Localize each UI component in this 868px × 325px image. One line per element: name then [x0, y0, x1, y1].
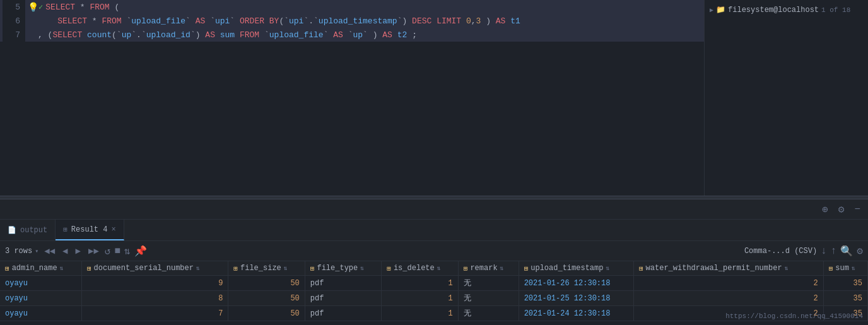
- col-icon-doc-serial: ⊞: [87, 264, 91, 273]
- col-icon-admin-name: ⊞: [5, 264, 9, 273]
- remove-panel-button[interactable]: −: [852, 203, 863, 216]
- tree-item-filesystem[interactable]: ▶ 📁 filesystem@localhost 1 of 18: [710, 4, 863, 16]
- col-water-withdrawal[interactable]: ⊞ water_withdrawal_permit_number ⇅: [633, 261, 823, 276]
- count-badge: 1 of 18: [821, 6, 850, 14]
- settings-panel-button[interactable]: ⚙: [836, 202, 847, 217]
- col-icon-file-size: ⊞: [233, 264, 238, 273]
- nav-next-button[interactable]: ▶: [74, 244, 83, 257]
- col-label-file-size: file_size: [240, 264, 281, 273]
- code-line-7: 7 , (SELECT count(`up`.`upload_id`) AS s…: [0, 28, 704, 42]
- sort-icon-water[interactable]: ⇅: [785, 264, 789, 272]
- cell-sum: 35: [823, 291, 867, 306]
- col-upload-timestamp[interactable]: ⊞ upload_timestamp ⇅: [519, 261, 633, 276]
- upload-button[interactable]: ↑: [831, 245, 837, 257]
- col-icon-upload-ts: ⊞: [524, 264, 529, 273]
- sort-icon-upload-ts[interactable]: ⇅: [606, 264, 609, 272]
- download-button[interactable]: ↓: [821, 245, 827, 257]
- bottom-link: https://blog.csdn.net/qq_41590014: [725, 312, 863, 320]
- sort-icon-remark[interactable]: ⇅: [500, 264, 504, 272]
- table-row: oyayu 9 50 pdf 1 无 2021-01-26 12:30:18 2…: [0, 276, 868, 291]
- cell-water: 2: [633, 276, 823, 291]
- tab-result4-label: Result 4: [71, 225, 108, 234]
- col-file-type[interactable]: ⊞ file_type ⇅: [305, 261, 381, 276]
- split-button[interactable]: ⇅: [124, 245, 131, 257]
- col-sum[interactable]: ⊞ sum ⇅: [823, 261, 867, 276]
- cell-admin-name: oyayu: [0, 306, 81, 321]
- code-content-5: SELECT * FROM (: [45, 3, 119, 12]
- line-number-5: 5: [3, 0, 25, 15]
- cell-file-size: 50: [228, 276, 305, 291]
- sort-icon-doc-serial[interactable]: ⇅: [196, 264, 200, 272]
- toolbar-strip: ⊕ ⚙ −: [0, 199, 868, 220]
- cell-doc-serial: 7: [81, 306, 228, 321]
- add-panel-button[interactable]: ⊕: [819, 202, 831, 217]
- right-panel: ▶ 📁 filesystem@localhost 1 of 18: [704, 0, 868, 196]
- result-tab-icon: ⊞: [63, 225, 67, 233]
- col-label-remark: remark: [470, 264, 497, 273]
- col-document-serial-number[interactable]: ⊞ document_serial_number ⇅: [81, 261, 228, 276]
- cell-file-type: pdf: [305, 276, 381, 291]
- cell-is-delete: 1: [382, 276, 458, 291]
- sort-icon-admin-name[interactable]: ⇅: [60, 264, 64, 272]
- check-mark: ✓: [38, 3, 43, 12]
- col-icon-is-delete: ⊞: [387, 264, 391, 273]
- cell-file-type: pdf: [305, 306, 381, 321]
- stop-button[interactable]: ■: [114, 245, 120, 257]
- tab-result4[interactable]: ⊞ Result 4 ×: [56, 220, 124, 240]
- zoom-button[interactable]: 🔍: [840, 245, 853, 257]
- code-content-7: , (SELECT count(`up`.`upload_id`) AS sum…: [38, 30, 417, 40]
- cell-doc-serial: 9: [81, 276, 228, 291]
- sort-icon-file-size[interactable]: ⇅: [284, 264, 288, 272]
- col-label-upload-ts: upload_timestamp: [531, 264, 603, 273]
- folder-icon: 📁: [716, 5, 725, 15]
- line-number-7: 7: [3, 27, 25, 42]
- table-row: oyayu 8 50 pdf 1 无 2021-01-25 12:30:18 2…: [0, 291, 868, 306]
- cell-is-delete: 1: [382, 291, 458, 306]
- output-tab-icon: 📄: [8, 226, 16, 234]
- code-content-6: SELECT * FROM `upload_file` AS `upi` ORD…: [38, 16, 520, 26]
- editor-area: 5 💡 ✓ SELECT * FROM ( 6 SELECT * FROM `u…: [0, 0, 868, 196]
- query-controls-bar: 3 rows ▾ ◀◀ ◀ ▶ ▶▶ ↺ ■ ⇅ 📌 Comma-...d (C…: [0, 241, 868, 261]
- nav-prev-button[interactable]: ◀: [61, 244, 69, 257]
- cell-upload-ts: 2021-01-24 12:30:18: [519, 306, 633, 321]
- line-number-6: 6: [3, 13, 25, 28]
- tab-close-button[interactable]: ×: [111, 225, 115, 234]
- col-label-is-delete: is_delete: [394, 264, 435, 273]
- table-header-row: ⊞ admin_name ⇅ ⊞ document_serial_number …: [0, 261, 868, 276]
- pin-button[interactable]: 📌: [134, 245, 147, 257]
- nav-first-button[interactable]: ◀◀: [42, 244, 57, 257]
- refresh-button[interactable]: ↺: [105, 245, 111, 257]
- results-area: ⊕ ⚙ − 📄 output ⊞ Result 4 × 3 rows ▾ ◀◀ …: [0, 199, 868, 325]
- col-label-water: water_withdrawal_permit_number: [646, 264, 782, 273]
- col-icon-file-type: ⊞: [310, 264, 315, 273]
- tip-icon: 💡: [28, 2, 38, 13]
- code-line-5: 5 💡 ✓ SELECT * FROM (: [0, 0, 704, 14]
- cell-admin-name: oyayu: [0, 291, 81, 306]
- code-line-6: 6 SELECT * FROM `upload_file` AS `upi` O…: [0, 14, 704, 28]
- col-label-doc-serial: document_serial_number: [94, 264, 194, 273]
- tab-output[interactable]: 📄 output: [0, 220, 56, 240]
- col-label-admin-name: admin_name: [12, 264, 57, 273]
- chevron-right-icon: ▶: [710, 6, 713, 14]
- rows-chevron-icon: ▾: [35, 247, 38, 255]
- tabs-bar: 📄 output ⊞ Result 4 ×: [0, 220, 868, 241]
- cell-remark: 无: [458, 306, 519, 321]
- rows-count-label: 3 rows: [5, 247, 32, 256]
- col-remark[interactable]: ⊞ remark ⇅: [458, 261, 519, 276]
- col-is-delete[interactable]: ⊞ is_delete ⇅: [382, 261, 458, 276]
- cell-is-delete: 1: [382, 306, 458, 321]
- nav-last-button[interactable]: ▶▶: [86, 244, 101, 257]
- cell-upload-ts: 2021-01-26 12:30:18: [519, 276, 633, 291]
- sort-icon-sum[interactable]: ⇅: [852, 264, 855, 272]
- col-file-size[interactable]: ⊞ file_size ⇅: [228, 261, 305, 276]
- cell-sum: 35: [823, 276, 867, 291]
- col-admin-name[interactable]: ⊞ admin_name ⇅: [0, 261, 81, 276]
- cell-remark: 无: [458, 276, 519, 291]
- tab-output-label: output: [20, 226, 47, 235]
- cell-remark: 无: [458, 291, 519, 306]
- col-label-file-type: file_type: [317, 264, 358, 273]
- sort-icon-file-type[interactable]: ⇅: [360, 264, 364, 272]
- table-settings-button[interactable]: ⚙: [857, 245, 863, 257]
- col-icon-water: ⊞: [639, 264, 643, 273]
- sort-icon-is-delete[interactable]: ⇅: [437, 264, 441, 272]
